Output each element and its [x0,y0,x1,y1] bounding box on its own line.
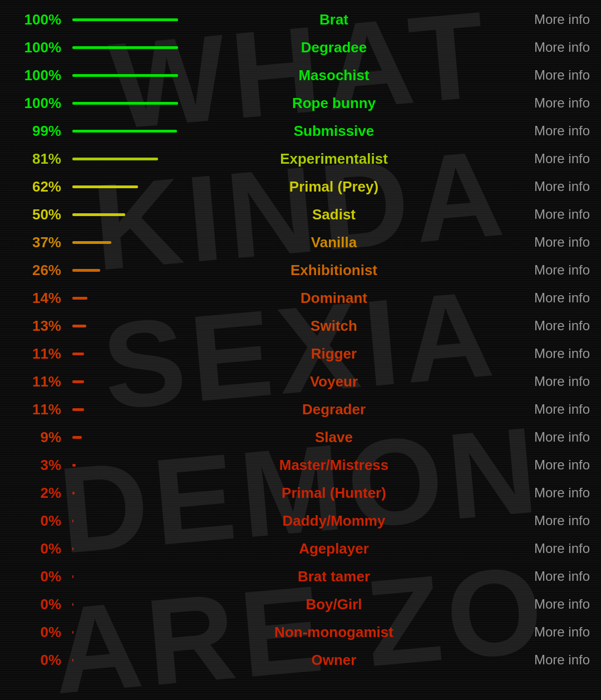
percent-value: 0% [11,512,67,530]
more-info-button[interactable]: More info [490,346,590,361]
progress-bar [72,520,73,522]
bar-container [67,130,178,133]
kink-label: Non-monogamist [178,624,490,641]
percent-value: 11% [11,401,67,418]
percent-value: 11% [11,373,67,390]
percent-value: 99% [11,123,67,140]
more-info-button[interactable]: More info [490,207,590,222]
more-info-button[interactable]: More info [490,374,590,389]
more-info-button[interactable]: More info [490,318,590,334]
progress-bar [72,353,84,355]
percent-value: 100% [11,95,67,112]
more-info-button[interactable]: More info [490,513,590,528]
results-list: 100%BratMore info100%DegradeeMore info10… [0,0,601,679]
kink-label: Daddy/Mommy [178,512,490,530]
bar-container [67,575,178,578]
kink-label: Voyeur [178,373,490,390]
percent-value: 14% [11,290,67,307]
bar-container [67,408,178,411]
table-row: 0%Boy/GirlMore info [0,590,601,618]
progress-bar [72,492,75,495]
table-row: 100%BratMore info [0,6,601,33]
kink-label: Owner [178,652,490,669]
bar-container [67,241,178,244]
percent-value: 13% [11,317,67,335]
more-info-button[interactable]: More info [490,624,590,640]
kink-label: Boy/Girl [178,596,490,613]
table-row: 62%Primal (Prey)More info [0,173,601,200]
kink-label: Dominant [178,290,490,307]
percent-value: 11% [11,345,67,363]
kink-label: Switch [178,317,490,335]
bar-container [67,631,178,634]
table-row: 0%Brat tamerMore info [0,562,601,590]
bar-container [67,380,178,383]
table-row: 11%RiggerMore info [0,340,601,368]
percent-value: 0% [11,568,67,585]
more-info-button[interactable]: More info [490,67,590,83]
bar-container [67,158,178,160]
percent-value: 26% [11,262,67,279]
more-info-button[interactable]: More info [490,457,590,473]
more-info-button[interactable]: More info [490,123,590,139]
bar-container [67,102,178,105]
kink-label: Primal (Prey) [178,178,490,195]
bar-container [67,659,178,662]
progress-bar [72,325,86,327]
more-info-button[interactable]: More info [490,262,590,278]
progress-bar [72,102,178,105]
progress-bar [72,575,73,578]
kink-label: Sadist [178,206,490,223]
kink-label: Vanilla [178,234,490,251]
kink-label: Rope bunny [178,95,490,112]
progress-bar [72,46,178,49]
percent-value: 3% [11,457,67,474]
bar-container [67,520,178,522]
more-info-button[interactable]: More info [490,429,590,445]
more-info-button[interactable]: More info [490,402,590,417]
kink-label: Ageplayer [178,540,490,557]
kink-label: Submissive [178,123,490,140]
percent-value: 100% [11,39,67,56]
percent-value: 0% [11,652,67,669]
more-info-button[interactable]: More info [490,95,590,111]
table-row: 0%AgeplayerMore info [0,535,601,562]
more-info-button[interactable]: More info [490,151,590,167]
table-row: 100%MasochistMore info [0,61,601,89]
table-row: 14%DominantMore info [0,284,601,312]
more-info-button[interactable]: More info [490,485,590,501]
progress-bar [72,380,84,383]
progress-bar [72,297,87,300]
progress-bar [72,213,125,216]
progress-bar [72,241,111,244]
table-row: 81%ExperimentalistMore info [0,145,601,173]
more-info-button[interactable]: More info [490,569,590,584]
table-row: 0%Non-monogamistMore info [0,618,601,646]
table-row: 2%Primal (Hunter)More info [0,479,601,507]
more-info-button[interactable]: More info [490,234,590,250]
more-info-button[interactable]: More info [490,290,590,306]
more-info-button[interactable]: More info [490,541,590,556]
progress-bar [72,464,76,467]
kink-label: Rigger [178,345,490,363]
more-info-button[interactable]: More info [490,596,590,612]
bar-container [67,74,178,77]
progress-bar [72,18,178,21]
percent-value: 0% [11,624,67,641]
progress-bar [72,408,84,411]
more-info-button[interactable]: More info [490,40,590,55]
kink-label: Experimentalist [178,150,490,168]
bar-container [67,297,178,300]
percent-value: 62% [11,178,67,195]
table-row: 13%SwitchMore info [0,312,601,340]
more-info-button[interactable]: More info [490,12,590,27]
bar-container [67,325,178,327]
bar-container [67,18,178,21]
more-info-button[interactable]: More info [490,652,590,668]
more-info-button[interactable]: More info [490,179,590,194]
percent-value: 50% [11,206,67,223]
table-row: 0%Daddy/MommyMore info [0,507,601,535]
table-row: 37%VanillaMore info [0,228,601,256]
bar-container [67,46,178,49]
progress-bar [72,130,177,133]
